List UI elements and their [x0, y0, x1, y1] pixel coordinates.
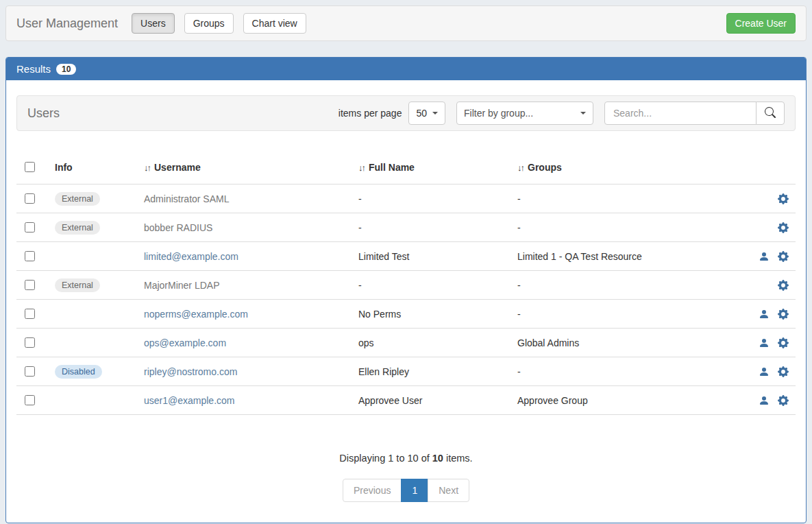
- row-checkbox[interactable]: [25, 193, 35, 204]
- page-title: User Management: [16, 16, 118, 31]
- username-cell-text: MajorMiner LDAP: [144, 280, 219, 291]
- user-icon[interactable]: [759, 308, 770, 320]
- column-label: Username: [154, 162, 201, 173]
- table-row: limited@example.com Limited Test Limited…: [16, 242, 796, 271]
- gear-icon[interactable]: [778, 308, 789, 320]
- username-cell-text: bobber RADIUS: [144, 222, 212, 233]
- sort-icon: ↓↑: [358, 163, 365, 173]
- row-checkbox[interactable]: [25, 251, 35, 261]
- groups-cell: Approvee Group: [512, 386, 704, 415]
- gear-icon[interactable]: [778, 222, 789, 233]
- search-input[interactable]: [604, 102, 756, 125]
- display-summary-prefix: Displaying 1 to 10 of: [339, 453, 432, 464]
- results-title: Results: [16, 63, 51, 75]
- info-badge: External: [55, 278, 100, 292]
- row-checkbox[interactable]: [25, 395, 35, 405]
- tab-groups[interactable]: Groups: [184, 13, 234, 34]
- user-icon[interactable]: [759, 250, 770, 262]
- pagination-page-1[interactable]: 1: [401, 479, 428, 502]
- column-header-username[interactable]: ↓↑Username: [138, 150, 353, 184]
- sort-icon: ↓↑: [144, 163, 150, 173]
- column-header-info: Info: [49, 150, 138, 184]
- fullname-cell: No Perms: [353, 300, 512, 329]
- groups-cell: -: [512, 357, 704, 386]
- username-cell-text[interactable]: ops@example.com: [144, 337, 226, 348]
- column-header-groups[interactable]: ↓↑Groups: [512, 150, 704, 184]
- column-label: Full Name: [369, 162, 415, 173]
- row-checkbox[interactable]: [25, 366, 35, 377]
- items-per-page-label: items per page: [339, 108, 402, 119]
- gear-icon[interactable]: [778, 394, 789, 406]
- pagination-next[interactable]: Next: [428, 479, 469, 502]
- fullname-cell: ops: [353, 329, 512, 357]
- top-toolbar: User Management Users Groups Chart view …: [5, 5, 807, 41]
- pagination-previous[interactable]: Previous: [343, 479, 402, 502]
- users-table: Info ↓↑Username ↓↑Full Name ↓↑Groups Ext…: [16, 150, 796, 415]
- pagination-wrap: Previous 1 Next: [16, 479, 796, 502]
- tab-chart-view[interactable]: Chart view: [243, 13, 306, 34]
- fullname-cell: -: [353, 213, 512, 242]
- table-row: noperms@example.com No Perms -: [16, 300, 796, 329]
- column-label: Info: [55, 162, 73, 173]
- gear-icon[interactable]: [778, 337, 789, 348]
- group-filter-select[interactable]: Filter by group...: [456, 102, 593, 125]
- users-section-title: Users: [27, 106, 60, 121]
- table-row: External bobber RADIUS - -: [16, 213, 796, 242]
- column-header-actions: [704, 150, 796, 184]
- username-cell-text[interactable]: ripley@nostromo.com: [144, 366, 237, 377]
- table-row: Disabled ripley@nostromo.com Ellen Riple…: [16, 357, 796, 386]
- table-body: External Administrator SAML - - External…: [16, 184, 796, 415]
- user-icon[interactable]: [759, 394, 770, 406]
- table-row: user1@example.com Approvee User Approvee…: [16, 386, 796, 415]
- create-user-button[interactable]: Create User: [726, 13, 796, 34]
- results-count-badge: 10: [56, 64, 76, 75]
- row-checkbox[interactable]: [25, 309, 35, 319]
- info-badge: External: [55, 192, 100, 206]
- fullname-cell: Limited Test: [353, 242, 512, 271]
- groups-cell: -: [512, 300, 704, 329]
- fullname-cell: Ellen Ripley: [353, 357, 512, 386]
- view-tabs: Users Groups Chart view: [132, 13, 306, 34]
- tab-users[interactable]: Users: [132, 13, 175, 34]
- table-row: External MajorMiner LDAP - -: [16, 271, 796, 300]
- gear-icon[interactable]: [778, 366, 789, 377]
- results-panel-body: Users items per page 50 Filter by group.…: [6, 80, 806, 523]
- display-summary-count: 10: [432, 453, 443, 464]
- fullname-cell: -: [353, 184, 512, 213]
- fullname-cell: Approvee User: [353, 386, 512, 415]
- table-header-row: Info ↓↑Username ↓↑Full Name ↓↑Groups: [16, 150, 796, 184]
- row-checkbox[interactable]: [25, 222, 35, 233]
- row-checkbox[interactable]: [25, 280, 35, 290]
- chevron-down-icon: [580, 112, 586, 115]
- username-cell-text[interactable]: noperms@example.com: [144, 309, 248, 320]
- group-filter-placeholder: Filter by group...: [464, 108, 533, 119]
- search-button[interactable]: [756, 102, 785, 125]
- info-badge: Disabled: [55, 365, 102, 379]
- table-row: ops@example.com ops Global Admins: [16, 329, 796, 357]
- info-badge: External: [55, 221, 100, 235]
- search-icon: [765, 107, 776, 120]
- row-checkbox[interactable]: [25, 337, 35, 348]
- gear-icon[interactable]: [778, 279, 789, 291]
- display-summary-suffix: items.: [443, 453, 473, 464]
- table-row: External Administrator SAML - -: [16, 184, 796, 213]
- items-per-page-value: 50: [416, 108, 427, 119]
- results-panel-heading: Results 10: [6, 58, 806, 80]
- gear-icon[interactable]: [778, 250, 789, 262]
- column-header-fullname[interactable]: ↓↑Full Name: [353, 150, 512, 184]
- gear-icon[interactable]: [778, 193, 789, 204]
- username-cell-text[interactable]: limited@example.com: [144, 251, 238, 262]
- groups-cell: Limited 1 - QA Test Resource: [512, 242, 704, 271]
- items-per-page-select[interactable]: 50: [408, 102, 445, 125]
- user-icon[interactable]: [759, 337, 770, 348]
- select-all-checkbox[interactable]: [25, 162, 35, 172]
- username-cell-text[interactable]: user1@example.com: [144, 395, 235, 406]
- fullname-cell: -: [353, 271, 512, 300]
- username-cell-text: Administrator SAML: [144, 193, 229, 204]
- column-label: Groups: [528, 162, 562, 173]
- user-icon[interactable]: [759, 366, 770, 377]
- display-summary: Displaying 1 to 10 of 10 items.: [16, 453, 796, 464]
- users-toolbar: Users items per page 50 Filter by group.…: [16, 95, 796, 131]
- search-group: [604, 102, 785, 125]
- toolbar-controls: items per page 50 Filter by group...: [339, 102, 785, 125]
